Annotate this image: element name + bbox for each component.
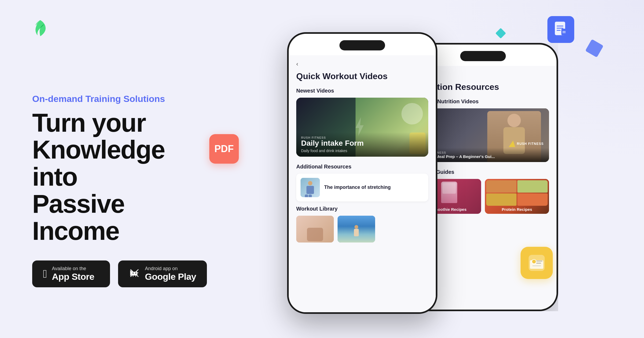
pdf-badge: PDF bbox=[209, 134, 239, 164]
headline-text: Turn your Knowledge into Passive Income bbox=[32, 109, 212, 245]
nutrition-video-title: How to Meal Prep – A Beginner's Gui... bbox=[421, 154, 545, 159]
video-card-text-area: RUSH FITNESS Daily intake Form Daily foo… bbox=[296, 132, 428, 157]
svg-point-11 bbox=[135, 273, 136, 274]
svg-point-10 bbox=[133, 273, 134, 274]
newest-videos-label: Newest Videos bbox=[296, 88, 428, 94]
protein-label: Protein Recipes bbox=[487, 207, 547, 212]
store-buttons-row:  Available on the App Store bbox=[32, 260, 212, 287]
nutrition-brand: RUSH FITNESS bbox=[421, 151, 545, 154]
phone-main-screen: ‹ Quick Workout Videos Newest Videos bbox=[289, 55, 436, 312]
googleplay-main-text: Google Play bbox=[145, 271, 196, 282]
workout-thumb-2[interactable] bbox=[338, 216, 375, 243]
floating-app-icon bbox=[521, 247, 553, 279]
googleplay-button[interactable]: Android app on Google Play bbox=[118, 260, 207, 287]
android-icon bbox=[129, 267, 140, 281]
workout-row bbox=[296, 216, 428, 243]
additional-resources-label: Additional Resources bbox=[296, 164, 428, 170]
svg-point-18 bbox=[532, 259, 536, 264]
appstore-main-text: App Store bbox=[52, 271, 94, 282]
resource-card-stretching[interactable]: The importance of stretching bbox=[296, 174, 428, 201]
video-main-title: Daily intake Form bbox=[301, 139, 423, 148]
resource-thumbnail bbox=[301, 178, 320, 197]
recipe-card-protein: Protein Recipes bbox=[485, 179, 549, 214]
main-video-card[interactable]: RUSH FITNESS Daily intake Form Daily foo… bbox=[296, 98, 428, 157]
left-content-area: On-demand Training Solutions Turn your K… bbox=[0, 0, 233, 338]
phone-notch bbox=[339, 40, 385, 50]
phone-back-button[interactable]: ‹ bbox=[296, 61, 428, 68]
apple-icon:  bbox=[43, 268, 47, 280]
resource-info: The importance of stretching bbox=[324, 184, 424, 190]
phone-main: ‹ Quick Workout Videos Newest Videos bbox=[287, 32, 437, 314]
svg-rect-9 bbox=[131, 272, 137, 275]
tagline-text: On-demand Training Solutions bbox=[32, 94, 212, 104]
appstore-top-text: Available on the bbox=[52, 266, 94, 271]
phone-secondary-notch bbox=[460, 51, 506, 61]
workout-library-label: Workout Library bbox=[296, 206, 428, 212]
resource-title: The importance of stretching bbox=[324, 184, 424, 190]
phone-main-inner: ‹ Quick Workout Videos Newest Videos bbox=[289, 34, 436, 312]
phones-area: ‹ Nutrition Resources Newest Nutrition V… bbox=[233, 0, 644, 338]
phone-screen-title: Quick Workout Videos bbox=[296, 71, 428, 81]
workout-thumb-1[interactable] bbox=[296, 216, 334, 243]
appstore-button[interactable]:  Available on the App Store bbox=[32, 260, 110, 287]
video-subtitle: Daily food and drink intakes bbox=[301, 149, 423, 153]
googleplay-top-text: Android app on bbox=[145, 266, 196, 271]
